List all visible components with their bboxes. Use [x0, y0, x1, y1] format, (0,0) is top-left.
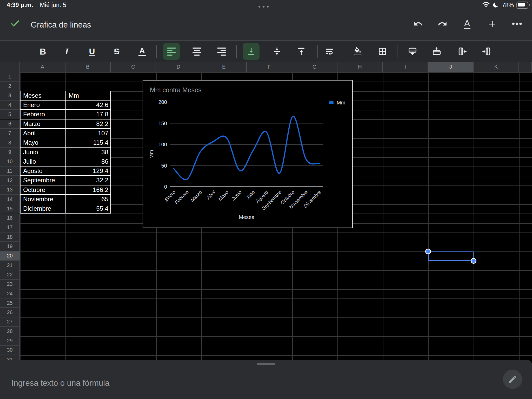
column-header-C[interactable]: C — [111, 62, 156, 72]
row-header-4[interactable]: 4 — [0, 101, 20, 110]
insert-row-below-button[interactable] — [404, 43, 421, 60]
sheet-drag-handle[interactable] — [257, 363, 275, 365]
table-row[interactable]: MesesMm — [20, 91, 111, 101]
column-header-G[interactable]: G — [292, 62, 338, 72]
table-row[interactable]: Junio38 — [20, 147, 111, 157]
row-header-16[interactable]: 16 — [0, 214, 20, 223]
cell-B11[interactable]: 129.4 — [65, 166, 111, 176]
row-header-18[interactable]: 18 — [0, 232, 20, 242]
formula-input[interactable]: Ingresa texto o una fórmula — [11, 378, 109, 388]
cell-B13[interactable]: 166.2 — [65, 185, 111, 195]
row-header-6[interactable]: 6 — [0, 119, 20, 129]
text-color-button[interactable]: A — [134, 43, 150, 60]
cell-A7[interactable]: Abril — [20, 128, 66, 138]
table-row[interactable]: Octubre166.2 — [20, 185, 111, 195]
column-header-H[interactable]: H — [337, 62, 383, 72]
table-row[interactable]: Diciembre55.4 — [20, 204, 111, 214]
selection-handle-bottom-right[interactable] — [471, 258, 476, 264]
table-row[interactable]: Noviembre65 — [20, 194, 111, 204]
row-header-30[interactable]: 30 — [0, 346, 20, 355]
row-header-13[interactable]: 13 — [0, 185, 20, 195]
cell-A14[interactable]: Noviembre — [20, 194, 66, 204]
row-header-9[interactable]: 9 — [0, 148, 20, 157]
insert-column-left-button[interactable] — [478, 43, 495, 60]
row-header-10[interactable]: 10 — [0, 157, 20, 167]
text-format-button[interactable]: A — [459, 16, 475, 32]
column-header-D[interactable]: D — [156, 62, 202, 72]
column-header-E[interactable]: E — [201, 62, 247, 72]
column-header-F[interactable]: F — [247, 62, 292, 72]
row-header-24[interactable]: 24 — [0, 289, 20, 298]
valign-middle-button[interactable] — [269, 43, 285, 60]
fill-color-button[interactable] — [350, 43, 366, 60]
cell-B14[interactable]: 65 — [65, 194, 111, 204]
align-left-button[interactable] — [163, 43, 180, 60]
more-options-button[interactable]: ••• — [509, 16, 525, 32]
insert-column-right-button[interactable] — [454, 43, 471, 60]
borders-button[interactable] — [374, 43, 391, 60]
column-header-J[interactable]: J — [428, 62, 474, 72]
cell-A12[interactable]: Septiembre — [20, 175, 66, 185]
undo-button[interactable] — [410, 16, 426, 32]
row-header-22[interactable]: 22 — [0, 270, 20, 280]
row-header-15[interactable]: 15 — [0, 204, 20, 214]
cell-B3[interactable]: Mm — [65, 91, 111, 101]
row-header-27[interactable]: 27 — [0, 317, 20, 327]
cell-B5[interactable]: 17.8 — [65, 109, 111, 119]
cell-A10[interactable]: Julio — [20, 157, 66, 167]
done-check-icon[interactable] — [9, 18, 21, 30]
insert-row-above-button[interactable] — [428, 43, 445, 60]
valign-top-button[interactable] — [293, 43, 310, 60]
align-center-button[interactable] — [189, 43, 205, 60]
row-header-19[interactable]: 19 — [0, 242, 20, 251]
cell-A9[interactable]: Junio — [20, 147, 66, 157]
cell-B8[interactable]: 115.4 — [65, 138, 111, 148]
text-wrap-button[interactable] — [321, 43, 338, 60]
row-header-2[interactable]: 2 — [0, 82, 20, 91]
row-header-29[interactable]: 29 — [0, 336, 20, 345]
row-header-7[interactable]: 7 — [0, 129, 20, 138]
column-header-K[interactable]: K — [474, 62, 519, 72]
row-header-5[interactable]: 5 — [0, 110, 20, 119]
cell-B15[interactable]: 55.4 — [65, 204, 111, 214]
table-row[interactable]: Enero42.6 — [20, 100, 111, 110]
row-header-8[interactable]: 8 — [0, 138, 20, 148]
row-header-14[interactable]: 14 — [0, 195, 20, 204]
column-header-I[interactable]: I — [383, 62, 428, 72]
cell-B7[interactable]: 107 — [65, 128, 111, 138]
strikethrough-button[interactable]: S — [108, 43, 125, 60]
cell-B4[interactable]: 42.6 — [65, 100, 111, 110]
column-header-A[interactable]: A — [20, 62, 65, 72]
row-header-17[interactable]: 17 — [0, 223, 20, 232]
selection-handle-top-left[interactable] — [425, 249, 431, 254]
row-header-21[interactable]: 21 — [0, 261, 20, 270]
table-row[interactable]: Marzo82.2 — [20, 119, 111, 129]
cell-A11[interactable]: Agosto — [20, 166, 66, 176]
row-header-1[interactable]: 1 — [0, 72, 20, 82]
cell-B10[interactable]: 86 — [65, 157, 111, 167]
cell-B6[interactable]: 82.2 — [65, 119, 111, 129]
cell-B12[interactable]: 32.2 — [65, 175, 111, 185]
row-header-11[interactable]: 11 — [0, 167, 20, 176]
row-header-23[interactable]: 23 — [0, 280, 20, 289]
select-all-corner[interactable] — [0, 62, 20, 72]
row-header-26[interactable]: 26 — [0, 308, 20, 317]
column-header-B[interactable]: B — [65, 62, 111, 72]
underline-button[interactable]: U — [84, 43, 100, 60]
table-row[interactable]: Julio86 — [20, 157, 111, 167]
cell-A3[interactable]: Meses — [20, 91, 66, 101]
embedded-line-chart[interactable]: Mm contra Meses Mm Mm Meses 200150100500… — [143, 80, 353, 228]
table-row[interactable]: Septiembre32.2 — [20, 175, 111, 185]
column-header-partial[interactable] — [519, 62, 532, 72]
row-header-25[interactable]: 25 — [0, 298, 20, 308]
cell-A5[interactable]: Febrero — [20, 109, 66, 119]
row-header-3[interactable]: 3 — [0, 91, 20, 101]
redo-button[interactable] — [435, 16, 450, 32]
cell-selection-box[interactable] — [428, 251, 474, 261]
row-header-28[interactable]: 28 — [0, 327, 20, 336]
row-header-20[interactable]: 20 — [0, 251, 20, 261]
edit-pencil-button[interactable] — [503, 370, 522, 389]
document-title[interactable]: Grafica de lineas — [31, 20, 91, 30]
valign-bottom-button[interactable] — [243, 43, 260, 60]
table-row[interactable]: Mayo115.4 — [20, 138, 111, 148]
